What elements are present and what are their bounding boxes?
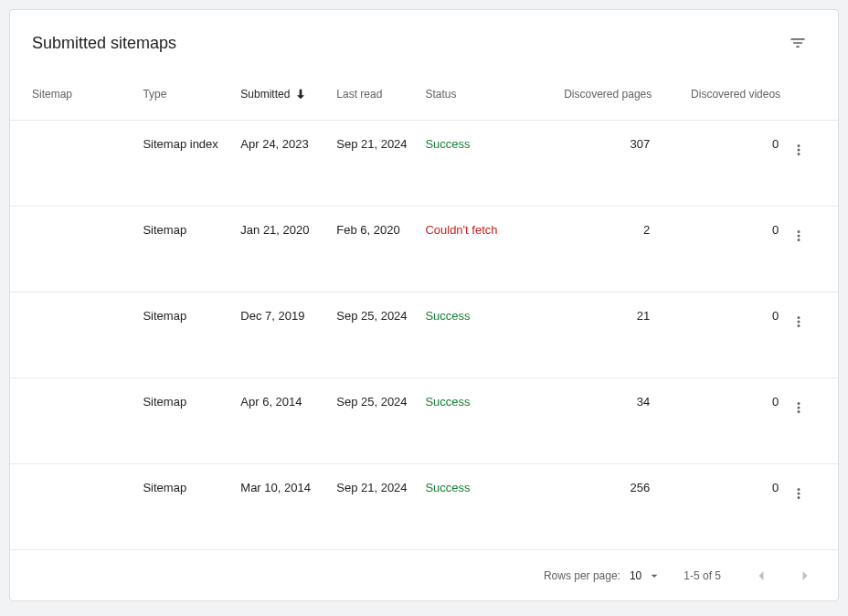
sort-desc-icon (293, 87, 308, 101)
cell-last-read: Sep 25, 2024 (336, 395, 425, 409)
sitemaps-card: Submitted sitemaps Sitemap Type Submitte… (9, 9, 839, 601)
table-row[interactable]: Sitemap indexApr 24, 2023Sep 21, 2024Suc… (10, 120, 838, 206)
cell-menu (780, 395, 816, 420)
cell-pages: 21 (523, 309, 652, 323)
cell-pages: 34 (523, 395, 652, 409)
card-title: Submitted sitemaps (32, 34, 176, 53)
cell-submitted: Dec 7, 2019 (240, 309, 336, 323)
table-row[interactable]: SitemapJan 21, 2020Feb 6, 2020Couldn't f… (10, 206, 838, 292)
table-row[interactable]: SitemapApr 6, 2014Sep 25, 2024Success340 (10, 377, 838, 463)
more-vert-icon (790, 228, 807, 244)
table-footer: Rows per page: 10 1-5 of 5 (10, 549, 838, 600)
cell-type: Sitemap (143, 395, 240, 409)
cell-pages: 256 (523, 481, 652, 494)
cell-status: Success (425, 481, 523, 494)
rows-per-page-label: Rows per page: (544, 569, 620, 582)
row-more-button[interactable] (786, 137, 811, 163)
cell-videos: 0 (652, 481, 780, 494)
rows-per-page-value: 10 (630, 569, 641, 582)
col-header-videos[interactable]: Discovered videos (652, 88, 780, 101)
col-header-submitted[interactable]: Submitted (240, 87, 336, 101)
pagination-arrows (743, 558, 823, 594)
cell-videos: 0 (652, 223, 780, 237)
rows-per-page-select[interactable]: 10 (630, 568, 662, 583)
col-header-last-read[interactable]: Last read (336, 88, 425, 101)
prev-page-button[interactable] (743, 558, 779, 594)
filter-icon (789, 34, 807, 52)
col-header-sitemap[interactable]: Sitemap (32, 88, 143, 101)
table-row[interactable]: SitemapDec 7, 2019Sep 25, 2024Success210 (10, 292, 838, 377)
cell-last-read: Sep 25, 2024 (336, 309, 425, 323)
cell-submitted: Apr 24, 2023 (240, 137, 336, 151)
table-header-row: Sitemap Type Submitted Last read Status … (10, 69, 838, 120)
cell-status: Success (425, 395, 523, 409)
cell-menu (780, 481, 816, 506)
cell-menu (780, 223, 816, 249)
cell-status: Couldn't fetch (425, 223, 523, 237)
cell-videos: 0 (652, 395, 780, 409)
more-vert-icon (790, 142, 807, 158)
col-header-type[interactable]: Type (143, 88, 240, 101)
row-more-button[interactable] (786, 481, 811, 506)
cell-pages: 2 (523, 223, 652, 237)
cell-videos: 0 (652, 137, 780, 151)
cell-submitted: Mar 10, 2014 (240, 481, 336, 494)
col-header-status[interactable]: Status (425, 88, 523, 101)
next-page-button[interactable] (787, 558, 823, 594)
more-vert-icon (790, 485, 807, 502)
row-more-button[interactable] (786, 309, 811, 335)
more-vert-icon (790, 313, 807, 330)
row-more-button[interactable] (786, 223, 811, 249)
cell-submitted: Jan 21, 2020 (240, 223, 336, 237)
col-header-submitted-label: Submitted (240, 88, 290, 101)
chevron-left-icon (752, 567, 770, 585)
more-vert-icon (790, 399, 807, 416)
cell-type: Sitemap (143, 223, 240, 237)
cell-pages: 307 (523, 137, 652, 151)
table-body: Sitemap indexApr 24, 2023Sep 21, 2024Suc… (10, 120, 838, 549)
cell-status: Success (425, 309, 523, 323)
col-header-pages[interactable]: Discovered pages (523, 88, 652, 101)
cell-type: Sitemap (143, 481, 240, 494)
cell-type: Sitemap index (143, 137, 240, 151)
table-row[interactable]: SitemapMar 10, 2014Sep 21, 2024Success25… (10, 463, 838, 549)
cell-last-read: Sep 21, 2024 (336, 481, 425, 494)
cell-menu (780, 309, 816, 335)
cell-menu (780, 137, 816, 163)
cell-videos: 0 (652, 309, 780, 323)
cell-type: Sitemap (143, 309, 240, 323)
row-more-button[interactable] (786, 395, 811, 420)
pagination-range: 1-5 of 5 (684, 569, 721, 582)
cell-status: Success (425, 137, 523, 151)
cell-last-read: Feb 6, 2020 (336, 223, 425, 237)
filter-button[interactable] (779, 25, 816, 61)
cell-last-read: Sep 21, 2024 (336, 137, 425, 151)
chevron-right-icon (796, 567, 814, 585)
rows-per-page: Rows per page: 10 (544, 568, 662, 583)
cell-submitted: Apr 6, 2014 (240, 395, 336, 409)
card-header: Submitted sitemaps (10, 10, 838, 69)
dropdown-icon (647, 568, 662, 583)
